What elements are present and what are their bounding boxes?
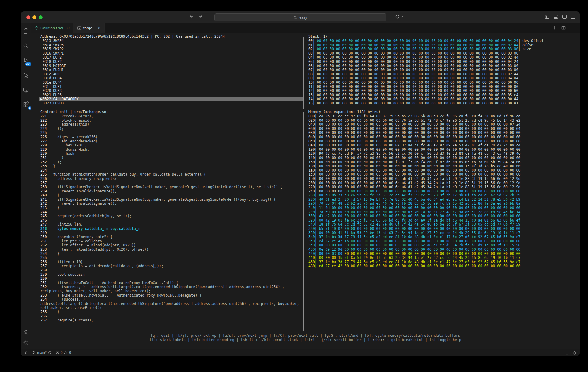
source-line: 223 address(this) [39,123,303,127]
refresh-dropdown-button[interactable] [395,14,403,19]
close-tab-icon[interactable]: ✕ [97,26,101,30]
gear-icon [23,340,29,346]
errors-icon [56,351,59,355]
title-bar: easy [21,11,580,23]
split-editor-icon[interactable] [561,26,566,30]
stack-row: 00| 00 00 00 00 00 00 00 00 00 00 00 00 … [307,39,571,43]
memory-panel: Memory (max expansion: 1184 bytes) 000| … [307,112,571,331]
forge-debugger-terminal[interactable]: Address: 0x03701a3db17248c79AA6512CcDC89… [31,33,580,349]
tab-solution-file[interactable]: Solution.t.sol U [31,23,74,33]
source-line: 260 [39,277,303,281]
settings-button[interactable] [22,339,30,346]
stack-row: 06| 00 00 00 00 00 00 00 00 00 00 00 00 … [307,64,571,68]
problems-status-item[interactable]: 0 0 [56,351,71,355]
toggle-panel-icon[interactable] [553,14,558,19]
source-line: recipients, buy.maker, sell.maker, sell.… [39,289,303,294]
accounts-button[interactable] [22,328,30,336]
source-panel: Contract call | src/Exchange.sol 221 kec… [39,112,304,331]
more-actions-icon[interactable] [571,26,575,30]
source-line: 238 if(!SignatureChecker.isValidSignatur… [39,185,303,189]
source-line: 267 require(success); [39,318,303,323]
memory-row: 100| 00 00 00 00 00 00 00 00 00 00 00 00… [307,148,571,152]
source-line: 233 } [39,164,303,169]
close-window-button[interactable] [26,15,30,19]
desktop: easy [0,0,588,372]
new-terminal-plus-icon[interactable] [552,26,556,30]
source-line: 265 } [39,310,303,314]
sidebar-item-search[interactable] [22,42,30,49]
source-line: 232 ); [39,160,303,165]
maximize-window-button[interactable] [39,15,43,19]
customize-layout-icon[interactable] [571,14,575,19]
forward-arrow-icon[interactable] [198,14,203,19]
extensions-icon [23,101,29,108]
source-line: 221 keccak256("0"), [39,114,303,119]
source-line: 262 (success, ) = address(sell.target).c… [39,285,303,289]
memory-row: 080| 00 00 00 00 00 00 00 00 00 00 00 00… [307,131,571,135]
memory-row: 2a0| 70 55 04 48 52 b2 a6 70 ad e5 40 7e… [307,202,571,206]
source-line: 256 if(len < 10) [39,260,303,264]
opcode-row: 0319|MSTORE [39,64,303,68]
memory-rows: 000| ca 2b 31 ee ce 97 89 f8 64 00 37 79… [307,112,571,331]
ports-status-item[interactable] [565,351,569,355]
search-icon [23,43,29,49]
source-line: 246 [39,218,303,223]
opcode-row: 0317|DUP2 [39,55,303,60]
memory-row: 420| 00 00 03 00 00 00 00 00 00 00 00 00… [307,252,571,256]
stack-row: 15| 00 00 00 00 00 00 00 00 00 00 00 00 … [307,101,571,106]
sidebar-item-source-control[interactable]: 2K+ [22,57,30,64]
stack-row: 03| 00 00 00 00 00 00 00 00 00 00 00 00 … [307,51,571,56]
command-center-search[interactable]: easy [214,13,386,21]
sidebar-item-run-debug[interactable] [22,71,30,79]
source-line: 235 function atomicMatch(Order calldata … [39,173,303,177]
source-line: 225 [39,131,303,135]
refresh-icon [395,14,400,19]
memory-row: 1c0| 00 00 00 00 00 00 00 00 00 00 00 00… [307,173,571,177]
toggle-sidebar-left-icon[interactable] [545,14,550,19]
memory-row: 140| 00 00 00 00 00 00 00 00 00 00 00 00… [307,156,571,160]
memory-row: 1e0| 00 00 00 00 00 00 00 00 00 00 00 00… [307,177,571,181]
memory-row: 0a0| 00 00 00 00 00 00 00 00 00 00 00 00… [307,135,571,139]
memory-row: 000| ca 2b 31 ee ce 97 89 f8 64 00 37 79… [307,114,571,119]
search-query-text: easy [299,15,307,20]
warnings-icon [64,351,68,355]
back-arrow-icon[interactable] [189,14,194,19]
toggle-sidebar-right-icon[interactable] [562,14,567,19]
branch-status-item[interactable]: main* [32,351,51,355]
remote-indicator[interactable] [24,351,28,355]
tab-label: forge [83,26,92,30]
source-line: 263 } else if(sell.howToCall == Authenti… [39,294,303,298]
source-line: 259 bool success; [39,273,303,277]
sidebar-item-extensions[interactable]: 2 [22,101,30,108]
radio-tower-icon [565,351,569,355]
memory-row: 260| 00 a0 8b 73 c3 c6 9b b8 fe 3d 51 2e… [307,193,571,198]
stack-row: 14| 00 00 00 00 00 00 00 00 00 00 00 00 … [307,97,571,101]
source-line: 258 [39,268,303,273]
git-status-letter: U [66,26,69,30]
source-line: 242 revert InvalidSignature(); [39,202,303,206]
warning-count: 0 [69,351,71,355]
source-line: 247 uint256 len; [39,222,303,227]
vscode-window: easy [21,11,580,356]
source-line: 237 [39,181,303,185]
tab-forge[interactable]: forge ✕ [74,23,105,33]
tab-label: Solution.t.sol [40,26,63,30]
memory-row: 3a0| 37 fe ba 3d 77 79 44 6a e5 a8 ed ee… [307,235,571,239]
source-line: 222 block.chainid, [39,119,303,123]
source-line: 236 address[] memory recipients; [39,177,303,181]
sidebar-item-explorer[interactable] [22,27,30,35]
sync-icon [48,351,51,355]
remote-explorer-icon [23,87,29,93]
source-line: 240 } [39,193,303,198]
account-icon [23,329,29,336]
stack-row: 11| 00 00 00 00 00 00 00 00 00 00 00 00 … [307,85,571,89]
opcode-row: ▶0322|CALLDATACOPY [39,97,303,101]
memory-row: 0e0| 00 00 00 00 00 00 00 00 00 00 00 00… [307,143,571,148]
bell-icon [573,351,577,355]
memory-row: 280| 40 0f ed 3f 80 fd 57 15 9e bf 45 7e… [307,198,571,202]
search-icon [293,16,297,20]
sidebar-item-remote-explorer[interactable] [22,86,30,93]
minimize-window-button[interactable] [32,15,36,19]
notifications-bell[interactable] [573,351,577,355]
opcode-row: 0315|SWAP2 [39,47,303,51]
